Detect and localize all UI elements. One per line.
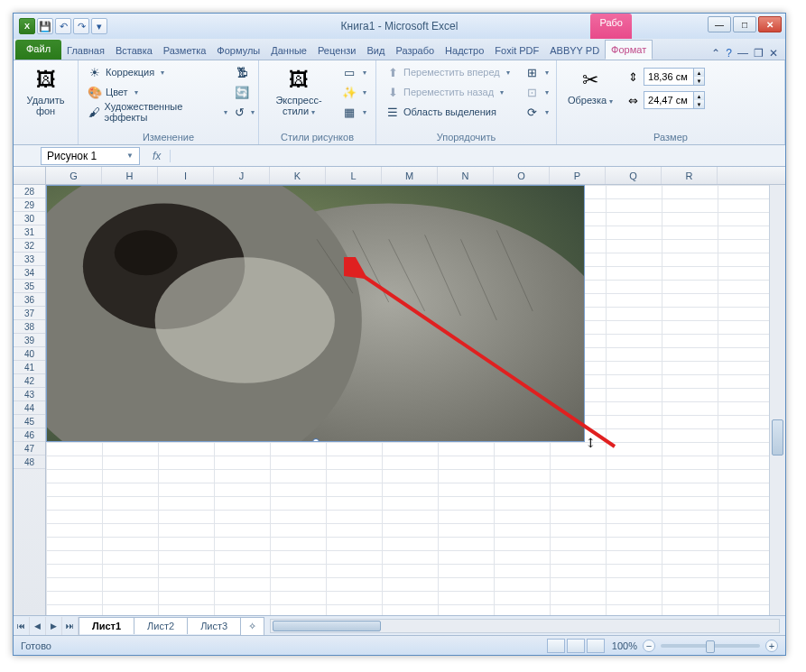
column-header-G[interactable]: G (46, 167, 102, 184)
picture-border-button[interactable]: ▭ (338, 62, 370, 82)
ribbon-minimize-icon[interactable]: ⌃ (711, 47, 720, 60)
help-icon[interactable]: ? (726, 47, 732, 60)
quick-styles-button[interactable]: 🖼 Экспресс-стили (264, 62, 333, 121)
picture-effects-button[interactable]: ✨ (338, 82, 370, 102)
column-header-I[interactable]: I (158, 167, 214, 184)
row-header-35[interactable]: 35 (14, 280, 45, 293)
zoom-slider[interactable] (661, 644, 760, 648)
row-header-44[interactable]: 44 (14, 401, 45, 415)
minimize-button[interactable]: — (708, 16, 731, 32)
crop-button[interactable]: ✂ Обрезка (562, 62, 618, 110)
width-up[interactable]: ▲ (693, 92, 704, 100)
align-button[interactable]: ⊞ (521, 62, 552, 82)
picture-layout-button[interactable]: ▦ (338, 102, 370, 122)
close-button[interactable]: ✕ (758, 16, 782, 32)
horizontal-scrollbar[interactable] (270, 619, 780, 633)
row-header-46[interactable]: 46 (14, 428, 45, 442)
column-header-O[interactable]: O (494, 167, 550, 184)
tab-data[interactable]: Данные (265, 41, 312, 60)
qat-customize-button[interactable]: ▾ (91, 18, 107, 34)
row-header-41[interactable]: 41 (14, 361, 45, 374)
workbook-restore-icon[interactable]: ❐ (754, 47, 764, 60)
zoom-in-button[interactable]: + (765, 640, 778, 652)
tab-formulas[interactable]: Формулы (211, 41, 265, 60)
row-header-36[interactable]: 36 (14, 293, 45, 307)
file-tab[interactable]: Файл (15, 40, 61, 60)
change-picture-button[interactable]: 🔄 (231, 82, 253, 102)
row-header-32[interactable]: 32 (14, 239, 45, 253)
sheet-tab-2[interactable]: Лист2 (134, 617, 188, 634)
picture-object[interactable] (46, 185, 585, 442)
row-header-30[interactable]: 30 (14, 212, 45, 226)
column-header-H[interactable]: H (102, 167, 158, 184)
column-header-M[interactable]: M (382, 167, 438, 184)
cells-area[interactable]: ⤡ (46, 185, 769, 615)
fx-label[interactable]: fx (144, 150, 171, 162)
app-icon[interactable]: X (19, 18, 35, 34)
workbook-minimize-icon[interactable]: — (737, 47, 748, 60)
tab-developer[interactable]: Разрабо (390, 41, 440, 60)
redo-button[interactable]: ↷ (73, 18, 89, 34)
vertical-scroll-thumb[interactable] (772, 419, 783, 456)
sheet-nav-last[interactable]: ⏭ (62, 617, 79, 635)
tab-layout[interactable]: Разметка (158, 41, 212, 60)
height-down[interactable]: ▼ (693, 77, 704, 85)
tab-abbyy[interactable]: ABBYY PD (544, 41, 605, 60)
row-header-29[interactable]: 29 (14, 198, 45, 212)
tab-foxit[interactable]: Foxit PDF (489, 41, 544, 60)
select-all-corner[interactable] (14, 167, 46, 184)
compress-pictures-button[interactable]: 🗜 (231, 62, 253, 82)
tab-insert[interactable]: Вставка (110, 41, 158, 60)
zoom-out-button[interactable]: − (643, 640, 655, 652)
tab-review[interactable]: Рецензи (312, 41, 362, 60)
row-header-28[interactable]: 28 (14, 185, 45, 198)
remove-background-button[interactable]: 🖼 Удалить фон (19, 62, 72, 120)
view-pagebreak-button[interactable] (587, 639, 605, 653)
height-up[interactable]: ▲ (693, 69, 704, 77)
row-header-45[interactable]: 45 (14, 415, 45, 428)
sheet-nav-first[interactable]: ⏮ (14, 617, 30, 635)
rotate-button[interactable]: ⟳ (521, 102, 552, 122)
reset-picture-button[interactable]: ↺ (231, 102, 253, 122)
row-header-48[interactable]: 48 (14, 456, 45, 469)
resize-handle-bottom[interactable] (312, 438, 320, 442)
width-field[interactable] (644, 94, 693, 106)
tab-home[interactable]: Главная (61, 41, 110, 60)
row-header-39[interactable]: 39 (14, 334, 45, 347)
artistic-effects-button[interactable]: 🖌Художественные эффекты (84, 102, 231, 122)
view-pagelayout-button[interactable] (567, 639, 585, 653)
row-header-33[interactable]: 33 (14, 253, 45, 266)
zoom-level[interactable]: 100% (612, 640, 637, 651)
width-input[interactable]: ▲▼ (644, 91, 705, 109)
row-header-31[interactable]: 31 (14, 226, 45, 239)
row-header-43[interactable]: 43 (14, 388, 45, 401)
row-header-38[interactable]: 38 (14, 320, 45, 334)
vertical-scrollbar[interactable] (769, 185, 785, 615)
formula-input[interactable] (171, 154, 785, 158)
new-sheet-button[interactable]: ✧ (240, 617, 264, 635)
row-header-47[interactable]: 47 (14, 442, 45, 456)
tab-view[interactable]: Вид (362, 41, 391, 60)
row-header-37[interactable]: 37 (14, 307, 45, 320)
sheet-nav-prev[interactable]: ◀ (30, 617, 46, 635)
row-header-40[interactable]: 40 (14, 347, 45, 361)
corrections-button[interactable]: ☀Коррекция (84, 62, 231, 82)
sheet-tab-3[interactable]: Лист3 (187, 617, 241, 634)
sheet-nav-next[interactable]: ▶ (46, 617, 62, 635)
column-header-L[interactable]: L (326, 167, 382, 184)
maximize-button[interactable]: □ (733, 16, 756, 32)
column-header-R[interactable]: R (662, 167, 718, 184)
color-button[interactable]: 🎨Цвет (84, 82, 231, 102)
view-normal-button[interactable] (547, 639, 565, 653)
undo-button[interactable]: ↶ (55, 18, 71, 34)
column-header-Q[interactable]: Q (606, 167, 662, 184)
height-field[interactable] (644, 70, 693, 83)
column-header-J[interactable]: J (214, 167, 270, 184)
name-box-dropdown-icon[interactable]: ▼ (126, 152, 134, 160)
save-button[interactable]: 💾 (37, 18, 53, 34)
column-header-P[interactable]: P (550, 167, 606, 184)
row-header-42[interactable]: 42 (14, 374, 45, 388)
workbook-close-icon[interactable]: ✕ (769, 47, 778, 60)
column-header-N[interactable]: N (438, 167, 494, 184)
tab-format[interactable]: Формат (605, 40, 653, 60)
